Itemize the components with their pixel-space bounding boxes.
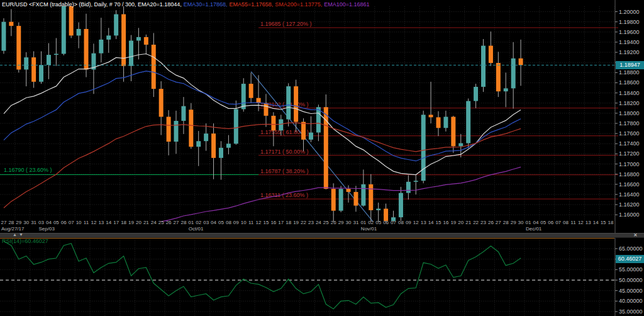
rsi-tick-label: 55.00000 xyxy=(619,266,643,273)
panel-separator[interactable]: ▲ ▼ ✕ xyxy=(0,233,644,238)
date-label: 01 xyxy=(360,220,366,225)
fib-retracement-green[interactable]: 1.16790 ( 23.60% ) xyxy=(0,167,258,174)
price-tick-label: 1.18400 xyxy=(619,90,640,96)
collapse-down-icon[interactable]: ▼ xyxy=(19,232,23,237)
candle-bear xyxy=(159,81,164,135)
ma-line-ema20 xyxy=(4,54,521,175)
price-tick-label: 1.18200 xyxy=(619,100,640,106)
candle-bear xyxy=(384,203,388,233)
candle-bear xyxy=(429,82,433,123)
price-tick-label: 1.17400 xyxy=(619,140,640,147)
date-label: 15 xyxy=(436,220,441,225)
date-label: 18 xyxy=(608,220,614,225)
candle-bear xyxy=(489,31,493,66)
date-label: 28 xyxy=(503,220,509,225)
date-label: 27 xyxy=(174,220,179,225)
date-label: 19 xyxy=(128,220,134,225)
rsi-line xyxy=(4,241,521,308)
candle-bull xyxy=(474,84,478,108)
price-axis[interactable]: 1.200001.198001.196001.194001.192001.188… xyxy=(615,0,640,233)
date-label: 14 xyxy=(428,220,434,225)
candle-bull xyxy=(47,43,51,79)
date-label: 27 xyxy=(496,220,501,225)
date-label: 05 xyxy=(540,220,546,225)
candle-bull xyxy=(399,187,403,221)
price-tick-label: 1.19400 xyxy=(619,39,640,45)
date-label: 07 xyxy=(69,220,74,225)
date-label: 12 xyxy=(256,220,262,225)
date-label: 22 xyxy=(301,220,306,225)
rsi-axis[interactable]: 65.0000055.0000050.0000045.0000040.00000… xyxy=(615,238,643,316)
candle-bull xyxy=(114,10,118,39)
candle-bear xyxy=(264,94,268,127)
main-chart-canvas[interactable]: 1.16790 ( 23.60% )1.19685 ( 127.20% )1.1… xyxy=(0,0,644,233)
price-tick-label: 1.17200 xyxy=(619,150,640,157)
month-label: Dec/01 xyxy=(526,226,542,232)
price-tick-label: 1.17000 xyxy=(619,161,640,167)
candle-bull xyxy=(24,52,28,86)
indicator-close-icon[interactable]: ✕ xyxy=(633,232,638,238)
date-label: 12 xyxy=(578,220,584,225)
price-tick-label: 1.16200 xyxy=(619,201,640,208)
date-label: 30 xyxy=(346,220,352,225)
candle-bear xyxy=(324,94,328,189)
date-label: 26 xyxy=(488,220,494,225)
candle-bull xyxy=(181,97,186,134)
rsi-panel-canvas[interactable]: 65.0000055.0000050.0000045.0000040.00000… xyxy=(0,238,644,316)
date-label: 18 xyxy=(121,220,126,225)
date-label: 01 xyxy=(188,220,194,225)
date-label: 10 xyxy=(241,220,247,225)
price-tick-label: 1.16400 xyxy=(619,191,640,198)
date-label: 12 xyxy=(413,220,419,225)
candle-bull xyxy=(39,51,43,84)
candle-bear xyxy=(31,51,36,87)
date-label: 21 xyxy=(465,220,471,225)
rsi-grid xyxy=(0,238,614,316)
date-label: 16 xyxy=(270,220,276,225)
collapse-up-icon[interactable]: ▲ xyxy=(13,232,17,237)
date-label: 22 xyxy=(473,220,479,225)
rsi-tick-label: 40.00000 xyxy=(619,298,643,304)
candle-bull xyxy=(309,116,313,142)
rsi-tick-label: 50.00000 xyxy=(619,277,643,283)
date-label: 18 xyxy=(286,220,291,225)
date-label: 23 xyxy=(480,220,486,225)
price-tick-label: 1.19200 xyxy=(619,49,640,55)
date-label: 08 xyxy=(398,220,404,225)
candle-bull xyxy=(196,131,201,166)
date-label: 24 xyxy=(316,220,321,225)
candle-bull xyxy=(129,35,133,81)
fib-level-label: 1.17171 ( 50.00% ) xyxy=(260,149,309,155)
trading-terminal: EUR/USD <FXCM (tradable)> (Bid), Daily, … xyxy=(0,0,644,316)
candle-bear xyxy=(249,72,253,103)
candle-bull xyxy=(54,38,58,65)
candle-bear xyxy=(271,112,275,146)
candle-bear xyxy=(84,14,89,77)
date-label: 16 xyxy=(443,220,448,225)
current-price-badge: 1.18947 xyxy=(616,61,644,69)
month-label: Oct/01 xyxy=(189,226,204,232)
rsi-value-label: RSI(14)=60.46027 xyxy=(2,238,48,244)
date-label: 04 xyxy=(533,220,538,225)
date-label: 10 xyxy=(76,220,82,225)
x-axis-dates[interactable]: 2728293031030405060710111213141718192021… xyxy=(1,220,614,232)
price-tick-label: 1.16800 xyxy=(619,171,640,178)
date-label: 04 xyxy=(211,220,216,225)
fib-level-label: 1.16787 ( 38.20% ) xyxy=(260,168,309,174)
candle-bull xyxy=(339,186,343,212)
candle-bull xyxy=(466,98,470,148)
date-label: 08 xyxy=(226,220,231,225)
date-label: 26 xyxy=(166,220,172,225)
month-label: Sep/03 xyxy=(39,226,55,232)
candle-bull xyxy=(226,135,231,155)
main-grid xyxy=(0,6,614,222)
date-label: 09 xyxy=(406,220,411,225)
date-label: 11 xyxy=(570,220,576,225)
date-label: 02 xyxy=(196,220,201,225)
date-label: 28 xyxy=(8,220,14,225)
date-label: 28 xyxy=(180,220,186,225)
date-label: 13 xyxy=(421,220,426,225)
date-label: 20 xyxy=(458,220,464,225)
candle-bull xyxy=(62,0,66,55)
candle-bull xyxy=(443,111,448,132)
